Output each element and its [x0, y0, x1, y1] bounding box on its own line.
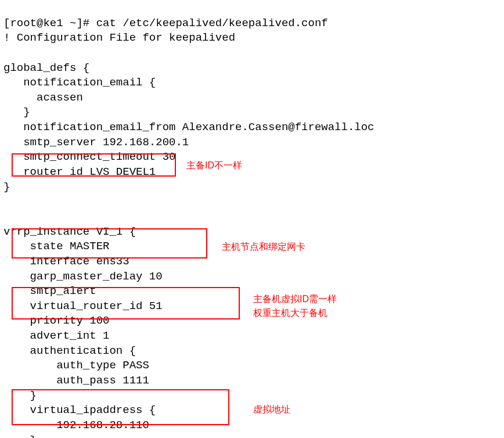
auth-close: } — [3, 389, 37, 402]
state-line: state MASTER — [3, 240, 109, 253]
annotation-vip: 虚拟地址 — [253, 403, 290, 416]
vip-open: virtual_ipaddress { — [3, 404, 156, 417]
vip-value: 192.168.28.110 — [3, 419, 149, 432]
notif-email-close: } — [3, 106, 30, 119]
notif-email-value: acassen — [3, 91, 83, 104]
smtp-alert-line: smtp_alert — [3, 285, 96, 297]
auth-pass-line: auth_pass 1111 — [3, 374, 149, 387]
annotation-router-id: 主备ID不一样 — [186, 159, 242, 172]
global-close: } — [3, 181, 10, 193]
vrrp-open: vrrp_instance VI_1 { — [3, 225, 136, 238]
annotation-priority: 权重主机大于备机 — [253, 307, 327, 319]
global-defs-open: global_defs { — [3, 62, 89, 74]
notif-from-line: notification_email_from Alexandre.Cassen… — [3, 121, 375, 134]
config-comment: ! Configuration File for keepalived — [3, 31, 235, 44]
annotation-state-interface: 主机节点和绑定网卡 — [222, 240, 305, 253]
terminal-output: [root@ke1 ~]# cat /etc/keepalived/keepal… — [3, 1, 504, 438]
advert-int-line: advert_int 1 — [3, 329, 109, 342]
auth-open: authentication { — [3, 344, 136, 357]
garp-delay-line: garp_master_delay 10 — [3, 270, 163, 283]
interface-line: interface ens33 — [3, 255, 129, 268]
annotation-vrid: 主备机虚拟ID需一样 — [253, 293, 337, 306]
auth-type-line: auth_type PASS — [3, 359, 149, 372]
notif-email-open: notification_email { — [3, 76, 156, 89]
vip-close: } — [3, 434, 37, 438]
router-id-line: router_id LVS_DEVEL1 — [3, 166, 156, 178]
prompt-command-line: [root@ke1 ~]# cat /etc/keepalived/keepal… — [3, 17, 328, 30]
smtp-server-line: smtp_server 192.168.200.1 — [3, 136, 189, 149]
virtual-router-id-line: virtual_router_id 51 — [3, 300, 163, 313]
smtp-timeout-line: smtp_connect_timeout 30 — [3, 150, 175, 163]
priority-line: priority 100 — [3, 314, 109, 327]
